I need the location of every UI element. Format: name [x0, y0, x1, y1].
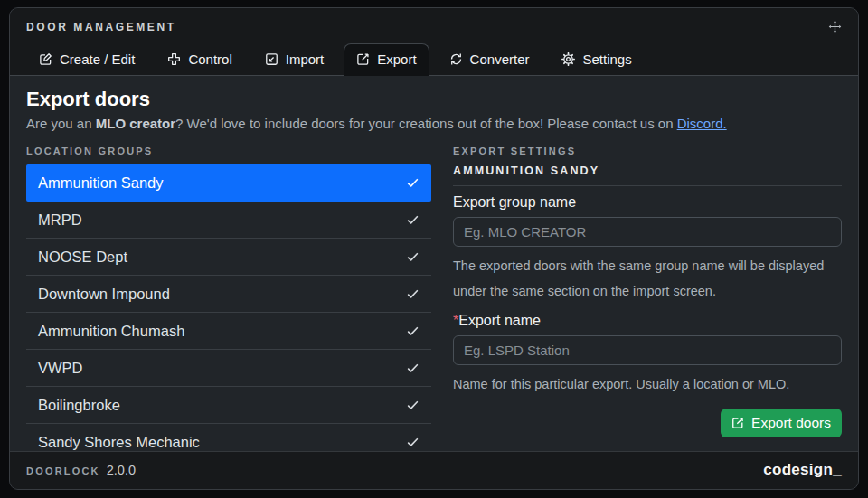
location-group-label: Sandy Shores Mechanic	[38, 434, 200, 451]
codesign-logo: codesign_	[763, 461, 842, 479]
title-bar: DOOR MANAGEMENT	[10, 8, 858, 38]
check-icon	[406, 399, 420, 412]
location-group-row[interactable]: NOOSE Dept	[26, 239, 431, 276]
export-settings-header: EXPORT SETTINGS	[453, 146, 842, 156]
subtitle-text: ? We'd love to include doors for your cr…	[175, 116, 677, 131]
page-title: Export doors	[26, 88, 842, 111]
check-icon	[406, 250, 420, 264]
tab-label: Settings	[582, 52, 631, 67]
tab-label: Create / Edit	[60, 52, 135, 67]
box-arrow-up-right-icon	[356, 52, 370, 66]
location-group-label: Ammunition Sandy	[38, 174, 164, 192]
box-arrow-in-icon	[265, 52, 278, 66]
window-title: DOOR MANAGEMENT	[26, 21, 176, 33]
tab-create-edit[interactable]: Create / Edit	[26, 43, 147, 75]
export-doors-button[interactable]: Export doors	[721, 409, 842, 437]
location-group-label: VWPD	[38, 360, 83, 377]
export-name-label: *Export name	[453, 313, 842, 329]
check-icon	[406, 436, 420, 449]
arrow-repeat-icon	[449, 52, 463, 66]
location-group-label: Downtown Impound	[38, 286, 170, 303]
selected-group-title: AMMUNITION SANDY	[453, 164, 842, 186]
check-icon	[406, 213, 420, 227]
box-arrow-up-right-icon	[731, 417, 744, 429]
location-group-label: NOOSE Dept	[38, 249, 127, 266]
tab-label: Control	[188, 52, 231, 67]
export-name-help: Name for this particular export. Usually…	[453, 371, 842, 397]
move-window-icon[interactable]	[828, 20, 842, 33]
location-group-row[interactable]: VWPD	[26, 350, 431, 387]
export-group-name-input[interactable]	[453, 217, 842, 247]
footer-version-number: 2.0.0	[107, 463, 136, 477]
tab-control[interactable]: Control	[155, 43, 244, 75]
export-page: Export doors Are you an MLO creator? We'…	[10, 76, 858, 451]
subtitle-text: Are you an	[26, 116, 96, 131]
location-group-row[interactable]: Downtown Impound	[26, 276, 431, 313]
tab-label: Import	[286, 52, 325, 67]
tab-converter[interactable]: Converter	[437, 43, 542, 75]
location-group-row[interactable]: Sandy Shores Mechanic	[26, 424, 431, 451]
page-subtitle: Are you an MLO creator? We'd love to inc…	[26, 116, 842, 131]
location-groups-panel: LOCATION GROUPS Ammunition Sandy MRPD NO…	[26, 146, 431, 451]
tab-bar: Create / Edit Control Import	[10, 38, 858, 76]
footer-version: DOORLOCK2.0.0	[26, 462, 136, 478]
discord-link[interactable]: Discord.	[677, 116, 727, 131]
location-group-row[interactable]: MRPD	[26, 202, 431, 239]
check-icon	[406, 324, 420, 338]
dpad-icon	[167, 52, 181, 66]
tab-export[interactable]: Export	[344, 43, 429, 76]
footer-brand: DOORLOCK	[26, 465, 100, 476]
pencil-square-icon	[39, 52, 52, 66]
location-group-label: MRPD	[38, 211, 82, 229]
tab-label: Export	[377, 52, 416, 67]
export-name-input[interactable]	[453, 335, 842, 365]
location-group-row[interactable]: Ammunition Chumash	[26, 313, 431, 350]
door-management-window: DOOR MANAGEMENT Create / Edit	[9, 7, 859, 490]
tab-settings[interactable]: Settings	[549, 43, 644, 75]
subtitle-bold-text: MLO creator	[96, 116, 175, 131]
tab-import[interactable]: Import	[252, 43, 337, 75]
footer: DOORLOCK2.0.0 codesign_	[10, 451, 858, 489]
check-icon	[406, 362, 420, 375]
check-icon	[406, 287, 420, 301]
export-group-name-help: The exported doors with the same group n…	[453, 253, 842, 305]
export-group-name-label: Export group name	[453, 194, 842, 211]
location-group-row[interactable]: Ammunition Sandy	[26, 164, 431, 202]
location-group-label: Boilingbroke	[38, 397, 120, 414]
location-group-label: Ammunition Chumash	[38, 323, 184, 340]
gear-icon	[561, 52, 575, 66]
tab-label: Converter	[470, 52, 530, 67]
export-name-label-text: Export name	[458, 313, 541, 328]
location-group-row[interactable]: Boilingbroke	[26, 387, 431, 424]
export-doors-button-label: Export doors	[751, 415, 831, 431]
location-groups-header: LOCATION GROUPS	[26, 146, 431, 156]
check-icon	[406, 176, 420, 190]
export-settings-panel: EXPORT SETTINGS AMMUNITION SANDY Export …	[453, 146, 842, 451]
